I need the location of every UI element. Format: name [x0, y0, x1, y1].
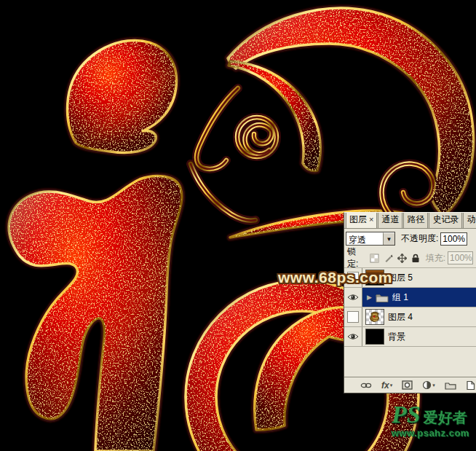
layers-panel: 图层× 通道 路径 史记录 动作 穿透 ▼ 不透明度: 100% 锁定: [344, 212, 476, 393]
tab-layers-label: 图层 [349, 214, 367, 224]
eye-hidden-well[interactable] [347, 311, 359, 323]
visibility-toggle[interactable] [344, 288, 362, 307]
panel-tab-bar: 图层× 通道 路径 史记录 动作 [344, 213, 476, 229]
lock-label: 锁定: [347, 246, 366, 270]
opacity-input[interactable]: 100% [440, 232, 467, 246]
blend-mode-value: 穿透 [346, 232, 383, 245]
layers-panel-bottom-bar: fx▾ ▾ [344, 377, 476, 393]
eye-icon [347, 294, 359, 301]
fu-mini-thumbnail [368, 310, 382, 324]
new-layer-icon[interactable] [466, 380, 475, 391]
lock-position-move-icon[interactable] [397, 254, 407, 263]
layer-name[interactable]: 组 1 [392, 291, 408, 304]
fill-input[interactable]: 100% [448, 251, 473, 264]
tab-close-icon[interactable]: × [369, 215, 373, 224]
folder-icon [376, 293, 389, 302]
watermark-url: www.psahz.com [392, 428, 469, 438]
lock-paint-brush-icon[interactable] [384, 254, 393, 263]
caret-icon: ▾ [432, 383, 435, 388]
photoshop-document-canvas[interactable]: 图层× 通道 路径 史记录 动作 穿透 ▼ 不透明度: 100% 锁定: [0, 0, 476, 451]
layer-thumbnail[interactable] [365, 329, 384, 345]
tab-actions[interactable]: 动作 [463, 213, 476, 228]
visibility-toggle[interactable] [344, 307, 362, 326]
watermark-68ps: www.68ps.com [278, 269, 392, 286]
layer-list-empty-area [344, 347, 476, 377]
tab-paths[interactable]: 路径 [403, 213, 428, 228]
tab-history[interactable]: 史记录 [429, 213, 462, 228]
lock-all-icon[interactable] [411, 254, 420, 263]
layer-row-background[interactable]: 背景 [344, 327, 476, 347]
layer-row-group1[interactable]: ▶ 组 1 [344, 288, 476, 307]
layer-style-fx-icon[interactable]: fx▾ [381, 380, 392, 391]
layer-row-4[interactable]: 图层 4 [344, 307, 476, 327]
new-group-icon[interactable] [445, 381, 456, 390]
layer-name[interactable]: 图层 4 [388, 311, 413, 323]
tab-channels[interactable]: 通道 [378, 213, 402, 228]
eye-icon [347, 333, 359, 340]
opacity-label: 不透明度: [401, 232, 438, 245]
visibility-toggle[interactable] [344, 327, 362, 346]
lock-transparency-icon[interactable] [370, 254, 379, 263]
adjustment-layer-icon[interactable]: ▾ [422, 380, 435, 390]
layer-name[interactable]: 背景 [388, 331, 405, 343]
watermark-psahz: PS爱好者 www.psahz.com [392, 402, 469, 438]
link-layers-icon[interactable] [360, 382, 372, 389]
watermark-fans-text: 爱好者 [424, 409, 467, 425]
watermark-ps-logo: PS [392, 401, 421, 428]
fill-label: 填充: [426, 252, 445, 264]
caret-icon: ▾ [390, 383, 393, 388]
layer-thumbnail[interactable] [365, 309, 384, 325]
add-layer-mask-icon[interactable] [402, 380, 413, 390]
tab-layers[interactable]: 图层× [346, 213, 377, 229]
group-expand-icon[interactable]: ▶ [367, 294, 372, 301]
blend-mode-select[interactable]: 穿透 ▼ [346, 232, 395, 246]
chevron-down-icon[interactable]: ▼ [383, 232, 394, 245]
